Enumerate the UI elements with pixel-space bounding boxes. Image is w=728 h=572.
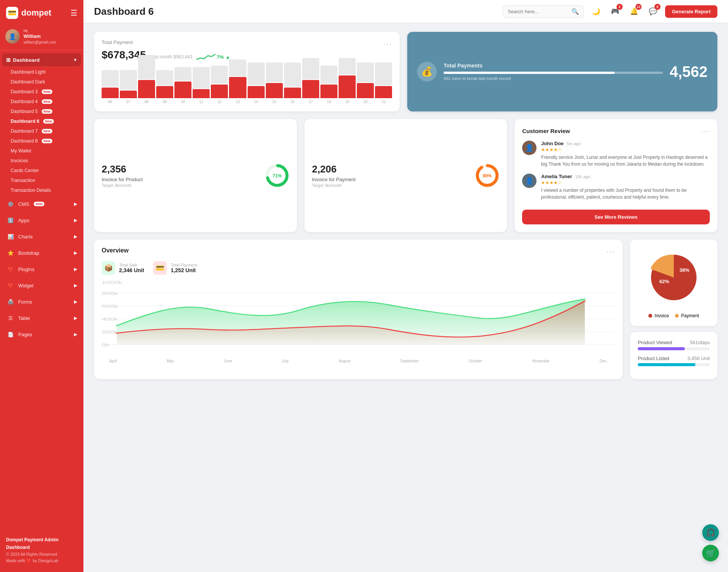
- review-more-button[interactable]: ···: [701, 127, 710, 135]
- review-avatar-1: 👤: [522, 141, 537, 155]
- sidebar-item-label: My Wallet: [11, 148, 31, 154]
- row-3: Overview ··· 📦 Total Sale 2,346 Unit 💳: [94, 240, 717, 379]
- forms-icon: 🖨️: [6, 297, 15, 306]
- reviewer-name-1: John Doe: [541, 141, 563, 146]
- sidebar-item-bootstrap[interactable]: ⭐ Bootstrap ▶: [2, 245, 81, 261]
- sidebar-item-apps[interactable]: ℹ️ Apps ▶: [2, 212, 81, 228]
- sidebar-item-my-wallet[interactable]: My Wallet: [2, 146, 81, 156]
- review-time-2: 10h ago: [575, 174, 590, 179]
- support-button[interactable]: 🎧: [702, 524, 719, 541]
- sidebar-item-pages[interactable]: 📄 Pages ▶: [2, 326, 81, 342]
- sidebar-item-dashboard-8[interactable]: Dashboard 8 New: [2, 136, 81, 146]
- sidebar-item-dashboard-6[interactable]: Dashboard 6 New: [2, 116, 81, 126]
- sidebar-item-label: Cards Center: [11, 168, 39, 173]
- footer-copy: © 2023 All Rights Reserved: [6, 552, 57, 556]
- sidebar-item-transaction-details[interactable]: Transaction Details: [2, 185, 81, 195]
- bar-chart: [102, 68, 392, 98]
- bar-red: [102, 88, 119, 98]
- more-options-button[interactable]: ···: [383, 39, 392, 48]
- search-box[interactable]: 🔍: [503, 5, 584, 18]
- bell-button[interactable]: 🔔 12: [627, 5, 641, 18]
- blue-card-value: 4,562: [670, 63, 708, 80]
- sidebar-item-table[interactable]: ☰ Table ▶: [2, 310, 81, 326]
- theme-toggle-button[interactable]: 🌙: [589, 5, 603, 18]
- overview-more-button[interactable]: ···: [606, 247, 615, 256]
- sidebar-item-plugins[interactable]: ❤️ Plugins ▶: [2, 261, 81, 277]
- blue-card-progress-track: [444, 72, 663, 74]
- sidebar-item-dashboard-5[interactable]: Dashboard 5 New: [2, 107, 81, 116]
- total-sale-value: 2,346 Unit: [119, 267, 144, 273]
- sidebar-item-dashboard-7[interactable]: Dashboard 7 New: [2, 126, 81, 136]
- gear-icon: ⚙️: [6, 199, 15, 208]
- footer-credit: Made with ❤️ by DexignLab: [6, 558, 58, 563]
- sidebar-item-label: Dashboard 6: [11, 119, 39, 124]
- sidebar-item-dashboard-4[interactable]: Dashboard 4 New: [2, 97, 81, 107]
- widget-label: Widget: [18, 283, 33, 288]
- new-badge: New: [42, 89, 53, 94]
- sidebar-item-dashboard-light[interactable]: Dashboard Light: [2, 67, 81, 77]
- dashboard-section-icon: ⊞: [6, 57, 11, 63]
- review-item-2: 👤 Amelia Tuner 10h ago ★★★★☆ I viewed a …: [522, 174, 710, 201]
- chat-badge: 5: [654, 4, 661, 10]
- bar-gray: [138, 55, 155, 79]
- svg-text:800k: 800k: [102, 291, 118, 296]
- cms-label: CMS: [18, 201, 29, 207]
- blue-card-sub: 431 more to break last month record: [444, 76, 663, 81]
- user-info: Hi, William william@gmail.com: [24, 28, 56, 45]
- bar-gray: [302, 58, 319, 79]
- sidebar-item-dashboard-3[interactable]: Dashboard 3 New: [2, 87, 81, 97]
- sidebar-header: 💳 dompet ☰: [0, 0, 83, 24]
- sidebar-item-cms[interactable]: ⚙️ CMS New ▶: [2, 196, 81, 212]
- sidebar-item-label: Dashboard 3: [11, 89, 38, 94]
- review-text-1: Friendly service Josh, Lunar and everyon…: [541, 154, 710, 168]
- total-payments-blue-card: 💰 Total Payments 431 more to break last …: [407, 32, 717, 111]
- sidebar-item-label: Dashboard 7: [11, 129, 38, 134]
- widget-icon: ❤️: [6, 281, 15, 290]
- bar-red: [266, 83, 283, 98]
- see-more-reviews-button[interactable]: See More Reviews: [522, 210, 710, 224]
- svg-text:62%: 62%: [659, 279, 669, 284]
- avatar: 👤: [5, 29, 20, 44]
- chevron-right-icon: ▶: [74, 234, 77, 239]
- sidebar-item-label: Transaction Details: [11, 188, 51, 193]
- chevron-right-icon: ▶: [74, 266, 77, 272]
- total-payment-label: Total Payment: [102, 39, 230, 45]
- chat-button[interactable]: 💬 5: [646, 5, 660, 18]
- moon-icon: 🌙: [592, 7, 600, 16]
- invoice-legend-label: Invoice: [654, 313, 669, 318]
- row-2: 2,356 Invoice for Product Target 3k/mont…: [94, 119, 717, 232]
- logo[interactable]: 💳 dompet: [6, 7, 51, 19]
- sidebar-item-dashboard-dark[interactable]: Dashboard Dark: [2, 77, 81, 87]
- sidebar-item-label: Dashboard 4: [11, 99, 38, 104]
- hamburger-button[interactable]: ☰: [71, 8, 77, 17]
- new-badge: New: [42, 129, 53, 133]
- sidebar-item-charts[interactable]: 📊 Charts ▶: [2, 229, 81, 244]
- content-area: Total Payment $678,345 last month $563,4…: [83, 23, 728, 572]
- user-name: William: [24, 33, 56, 40]
- gamepad-button[interactable]: 🎮 2: [608, 5, 622, 18]
- sidebar-item-invoices[interactable]: Invoices: [2, 156, 81, 166]
- search-input[interactable]: [508, 9, 568, 14]
- sidebar-nav: ⊞ Dashboard ▼ Dashboard Light Dashboard …: [0, 53, 83, 531]
- cart-button[interactable]: 🛒: [702, 545, 719, 561]
- bootstrap-icon: ⭐: [6, 248, 15, 257]
- review-avatar-2: 👤: [522, 174, 537, 188]
- review-time-1: 5m ago: [567, 141, 581, 146]
- sidebar-item-widget[interactable]: ❤️ Widget ▶: [2, 277, 81, 293]
- plugins-icon: ❤️: [6, 265, 15, 274]
- dashboard-section-header[interactable]: ⊞ Dashboard ▼: [2, 53, 81, 66]
- new-badge: New: [42, 99, 53, 104]
- total-payment-overview-icon: 💳: [153, 261, 167, 275]
- bar-red: [193, 89, 210, 98]
- sidebar-item-cards-center[interactable]: Cards Center: [2, 166, 81, 176]
- pie-chart-svg: 62% 38%: [643, 247, 704, 308]
- page-title: Dashboard 6: [94, 6, 154, 17]
- reviewer-name-2: Amelia Tuner: [541, 174, 572, 179]
- invoice-product-label: Invoice for Product: [102, 177, 143, 182]
- generate-report-button[interactable]: Generate Report: [665, 5, 717, 18]
- sidebar-item-transaction[interactable]: Transaction: [2, 176, 81, 185]
- logo-text: dompet: [21, 8, 51, 18]
- invoice-payment-value: 2,206: [312, 163, 356, 175]
- sidebar-item-forms[interactable]: 🖨️ Forms ▶: [2, 294, 81, 310]
- total-payment-card: Total Payment $678,345 last month $563,4…: [94, 32, 400, 111]
